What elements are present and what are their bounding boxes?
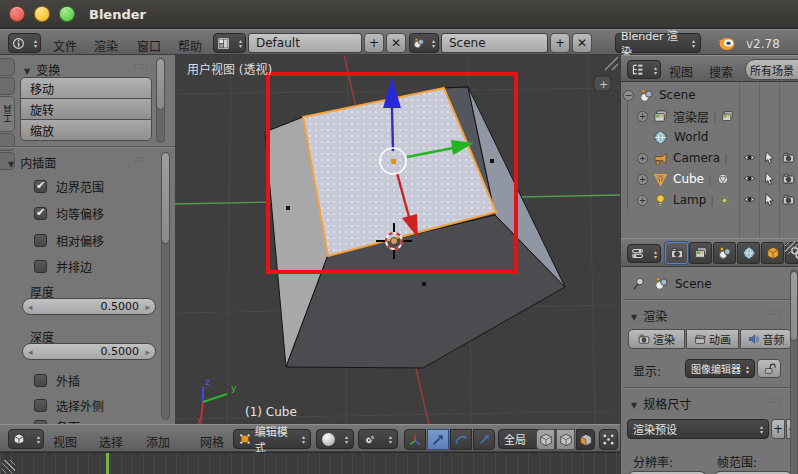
area-resize-corner[interactable] [785,241,798,254]
hide-eye-icon[interactable] [743,193,756,206]
current-frame-marker[interactable] [106,453,109,474]
vertex-select-button[interactable] [536,429,555,450]
screen-layout-field[interactable]: Default [248,33,362,53]
outliner-filter-dropdown[interactable]: 所有场景 [745,59,798,80]
outliner-row-render-layers[interactable]: + 渲染层 | [637,106,734,126]
rotate-tool-button[interactable]: 旋转 [20,98,152,120]
manipulator-toggle-button[interactable] [404,429,426,450]
scene-name-field[interactable]: Scene [441,33,548,53]
manipulator-z-axis[interactable] [392,107,393,151]
limit-selection-visible-button[interactable] [599,429,618,450]
close-layout-button[interactable]: ✕ [386,33,406,53]
timeline-strip[interactable] [0,452,620,474]
scene-icon-button[interactable] [409,33,439,53]
viewport-add-panel-button[interactable]: + [594,76,611,91]
shelf-tab[interactable] [0,58,15,76]
checkbox-checked-icon[interactable] [34,207,47,220]
render-restrict-camera-icon[interactable] [782,172,795,185]
outliner-row-lamp[interactable]: + Lamp | [637,190,731,210]
window-close-button[interactable] [9,6,25,22]
checkbox-row-outset[interactable]: 外插 [34,372,80,389]
add-scene-button[interactable]: + [550,33,570,53]
add-layout-button[interactable]: + [364,33,384,53]
hide-eye-icon[interactable] [743,151,756,164]
expand-plus-icon[interactable]: + [637,153,648,164]
properties-scrollbar-thumb[interactable] [790,271,798,341]
menu-view[interactable]: 视图 [53,433,77,450]
pin-icon[interactable] [631,276,646,291]
collapse-minus-icon[interactable]: − [623,90,634,101]
outliner-label[interactable]: Lamp [673,193,706,207]
thickness-slider[interactable]: 0.5000 [22,298,156,315]
display-mode-dropdown[interactable]: 图像编辑器 [685,359,755,378]
checkbox-row-select-outer[interactable]: 选择外侧 [34,397,104,414]
render-panel-header[interactable]: 渲染 [631,307,667,324]
panel-grip-icon[interactable] [134,154,149,165]
outliner-row-scene[interactable]: − Scene [623,85,696,105]
render-restrict-camera-icon[interactable] [782,151,795,164]
shelf-tab[interactable] [0,77,15,95]
edge-select-button[interactable] [556,429,575,450]
menu-help[interactable]: 帮助 [178,37,202,54]
checkbox-icon[interactable] [34,399,47,412]
editor-type-info-button[interactable] [8,33,41,53]
breadcrumb-scene[interactable]: Scene [675,277,712,291]
scale-tool-button[interactable]: 缩放 [20,119,152,141]
render-presets-dropdown[interactable]: 渲染预设 [627,419,769,439]
pivot-point-dropdown[interactable] [358,429,398,449]
expand-plus-icon[interactable]: + [637,174,648,185]
inset-panel-header[interactable]: 内插面 [8,154,56,171]
shelf-scrollbar-thumb[interactable] [156,58,165,110]
tab-object[interactable] [761,242,784,264]
editor-type-3d-button[interactable] [8,429,44,449]
depth-slider[interactable]: 0.5000 [22,343,156,360]
render-animation-button[interactable]: 动画 [686,329,739,349]
delete-scene-button[interactable]: ✕ [572,33,592,53]
panel-grip-icon[interactable] [767,395,782,406]
add-preset-button[interactable]: + [771,419,785,439]
shelf-tab[interactable] [0,133,15,151]
menu-render[interactable]: 渲染 [94,37,118,54]
checkbox-row-even[interactable]: 均等偏移 [34,205,104,222]
tab-render[interactable] [665,242,688,264]
area-resize-corner[interactable] [2,460,15,473]
hide-eye-icon[interactable] [743,172,756,185]
expand-plus-icon[interactable]: + [637,111,648,122]
editor-type-properties-button[interactable] [627,244,661,263]
outliner-label[interactable]: 渲染层 [673,108,709,125]
outliner-row-world[interactable]: World [653,127,708,147]
checkbox-row-boundary[interactable]: 边界范围 [34,178,104,195]
checkbox-row-relative[interactable]: 相对偏移 [34,232,104,249]
menu-file[interactable]: 文件 [53,37,77,54]
dimensions-panel-header[interactable]: 规格尺寸 [631,395,691,412]
viewport-shading-dropdown[interactable] [316,429,354,449]
outliner-row-cube[interactable]: + Cube | [637,169,730,189]
checkbox-icon[interactable] [34,374,47,387]
manipulator-rotate-button[interactable] [450,429,472,450]
outliner-label[interactable]: World [674,130,708,144]
render-still-button[interactable]: 渲染 [628,329,685,349]
tab-render-layers[interactable] [689,242,712,264]
render-engine-dropdown[interactable]: Blender 渲染 [615,33,701,53]
panel-grip-icon[interactable] [767,307,782,318]
viewport-3d[interactable]: z y x 用户视图 (透视) (1) Cube + [175,55,620,425]
menu-add[interactable]: 添加 [146,433,170,450]
menu-mesh[interactable]: 网格 [200,433,224,450]
checkbox-checked-icon[interactable] [34,180,47,193]
window-minimize-button[interactable] [34,6,50,22]
interaction-mode-dropdown[interactable]: 编辑模式 [233,429,311,449]
tab-scene[interactable] [713,242,736,264]
render-restrict-camera-icon[interactable] [782,193,795,206]
outliner-label[interactable]: Cube [673,172,704,186]
editor-type-outliner-button[interactable] [627,60,661,79]
menu-window[interactable]: 窗口 [137,37,161,54]
selectable-cursor-icon[interactable] [763,151,776,164]
outliner-menu-search[interactable]: 搜索 [709,63,733,80]
outliner-label[interactable]: Camera [673,151,720,165]
outliner-row-camera[interactable]: + Camera | [637,148,732,168]
outliner-label[interactable]: Scene [659,88,696,102]
expand-plus-icon[interactable]: + [637,195,648,206]
render-audio-button[interactable]: 音频 [740,329,792,349]
panel-grip-icon[interactable] [134,61,149,72]
lock-interface-button[interactable] [757,359,781,378]
